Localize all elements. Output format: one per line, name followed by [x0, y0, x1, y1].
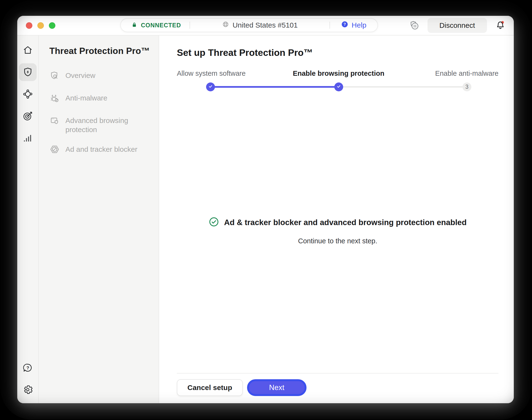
cancel-setup-button[interactable]: Cancel setup [177, 379, 243, 396]
settings-icon [22, 384, 33, 396]
rail-statistics-button[interactable] [19, 129, 37, 147]
disconnect-button[interactable]: Disconnect [428, 18, 487, 33]
connection-status[interactable]: CONNECTED [121, 19, 190, 32]
sidebar-item-overview[interactable]: Overview [49, 71, 150, 83]
rail-support-button[interactable]: ? [19, 359, 37, 377]
setup-status: Ad & tracker blocker and advanced browsi… [177, 217, 499, 245]
pause-connection-icon [408, 20, 419, 31]
help-label: Help [352, 21, 366, 29]
success-check-icon [209, 217, 219, 228]
globe-icon [222, 21, 229, 30]
minimize-window-button[interactable] [37, 22, 44, 29]
sidebar-nav: Overview Anti-malware [49, 71, 150, 157]
stepper-labels: Allow system software Enable browsing pr… [177, 70, 499, 80]
sidebar-title: Threat Protection Pro™ [49, 46, 150, 56]
sidebar-item-label: Anti-malware [65, 93, 107, 103]
step-3-label: Enable anti-malware [435, 70, 499, 77]
rail-bottom-group: ? [19, 359, 37, 398]
main-content: Set up Threat Protection Pro™ Allow syst… [159, 35, 514, 403]
connection-status-label: CONNECTED [141, 22, 181, 29]
help-button[interactable]: ? Help [330, 19, 377, 32]
setup-stepper: Allow system software Enable browsing pr… [177, 70, 499, 92]
server-name: United States #5101 [233, 21, 298, 29]
support-icon: ? [22, 362, 33, 374]
setup-footer: Cancel setup Next [177, 373, 499, 399]
target-icon [22, 110, 33, 122]
pause-connection-button[interactable] [408, 20, 419, 31]
stepper-connector-upcoming [339, 86, 467, 88]
status-message: Ad & tracker blocker and advanced browsi… [224, 218, 467, 227]
step-1-label: Allow system software [177, 70, 246, 77]
rail-meshnet-button[interactable] [19, 85, 37, 103]
sidebar-item-label: Ad and tracker blocker [65, 145, 137, 154]
ad-blocker-icon [49, 145, 60, 157]
connection-pill: CONNECTED United States #5101 [120, 18, 378, 32]
server-selector[interactable]: United States #5101 [190, 19, 329, 32]
sidebar-item-ad-and-tracker-blocker[interactable]: Ad and tracker blocker [49, 145, 150, 157]
app-window: CONNECTED United States #5101 [17, 16, 514, 403]
meshnet-icon [22, 89, 33, 100]
title-bar: CONNECTED United States #5101 [17, 16, 514, 35]
statistics-icon [22, 133, 33, 144]
step-3-indicator: 3 [462, 82, 471, 91]
check-icon [336, 84, 341, 90]
lock-icon [131, 21, 138, 29]
sidebar-item-label: Overview [65, 71, 95, 80]
sidebar: Threat Protection Pro™ Overview [39, 35, 159, 403]
svg-text:?: ? [26, 365, 29, 370]
svg-text:?: ? [344, 22, 346, 26]
window-controls [17, 22, 55, 29]
zoom-window-button[interactable] [49, 22, 55, 29]
browser-shield-icon [49, 116, 60, 128]
rail-settings-button[interactable] [19, 381, 37, 398]
window-body: ? Threat P [17, 35, 514, 403]
bug-blocked-icon [49, 93, 60, 105]
step-1-indicator [206, 82, 215, 91]
page-title: Set up Threat Protection Pro™ [177, 47, 499, 58]
sidebar-item-label: Advanced browsing protection [65, 116, 150, 134]
rail-home-button[interactable] [19, 41, 37, 59]
step-2-indicator [334, 82, 343, 91]
rail-target-button[interactable] [19, 107, 37, 125]
sidebar-item-anti-malware[interactable]: Anti-malware [49, 93, 150, 105]
notifications-button[interactable] [495, 20, 506, 31]
screenshot-stage: CONNECTED United States #5101 [0, 0, 532, 420]
home-icon [22, 44, 33, 56]
status-subtext: Continue to the next step. [298, 237, 377, 245]
bell-icon [495, 20, 506, 31]
check-icon [208, 84, 213, 90]
stepper-track: 3 [177, 81, 499, 92]
help-icon: ? [341, 21, 348, 30]
rail-threat-protection-button[interactable] [19, 63, 37, 81]
stepper-connector-completed [210, 86, 339, 88]
next-button[interactable]: Next [247, 379, 307, 396]
shield-search-icon [49, 71, 60, 83]
sidebar-item-advanced-browsing-protection[interactable]: Advanced browsing protection [49, 116, 150, 134]
close-window-button[interactable] [26, 22, 32, 29]
icon-rail: ? [17, 35, 39, 403]
status-message-row: Ad & tracker blocker and advanced browsi… [209, 217, 467, 228]
step-2-label: Enable browsing protection [293, 70, 384, 77]
threat-protection-icon [22, 66, 33, 78]
connection-controls: Disconnect [408, 18, 514, 33]
